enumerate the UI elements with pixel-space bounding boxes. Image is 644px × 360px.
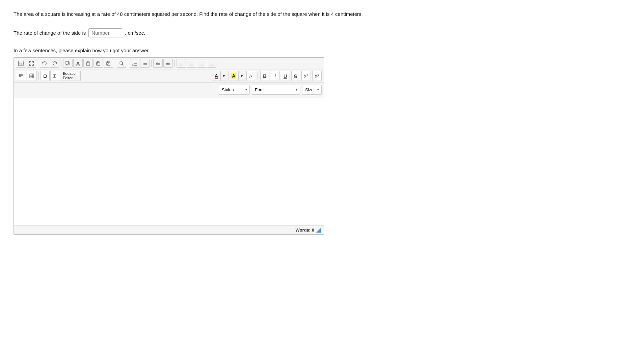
equation-editor-button[interactable]: Equation Editor [60, 71, 80, 81]
bullet-list-button[interactable] [140, 59, 150, 68]
font-color-group: A ▼ [212, 71, 227, 81]
bold-button[interactable]: B [260, 71, 269, 81]
subscript-button[interactable]: x2 [301, 71, 311, 81]
styles-dropdown[interactable]: Styles Normal Heading 1 Heading 2 [219, 85, 250, 95]
svg-point-28 [143, 64, 143, 65]
svg-text:T: T [97, 63, 98, 65]
indent-decrease-button[interactable] [153, 59, 163, 68]
toolbar-row-3: Styles Normal Heading 1 Heading 2 Font A… [14, 83, 324, 97]
editor-footer: Words: 0 [14, 226, 324, 234]
bg-color-group: A ▼ [229, 71, 245, 81]
font-color-button[interactable]: A [212, 71, 221, 81]
separator-5 [151, 60, 152, 67]
bg-color-icon: A [231, 73, 236, 79]
paste-text-button[interactable]: T [93, 59, 103, 68]
separator-4 [128, 60, 128, 67]
font-dropdown[interactable]: Font Arial Times New Roman Courier New [252, 85, 300, 95]
answer-row: The rate of change of the side is . cm/s… [14, 28, 630, 37]
ordered-list-button[interactable]: 1. 2. 3. [130, 59, 139, 68]
svg-point-24 [143, 62, 143, 62]
font-color-dropdown-arrow[interactable]: ▼ [221, 71, 227, 81]
question-text: The area of a square is increasing at a … [14, 10, 630, 18]
paste-word-button[interactable]: W [104, 59, 113, 68]
answer-suffix: . cm/sec. [125, 30, 145, 36]
svg-rect-56 [30, 74, 34, 78]
align-group [177, 59, 216, 68]
word-count: Words: 0 [296, 228, 314, 233]
superscript-icon: 2 [317, 74, 319, 78]
svg-rect-11 [97, 61, 99, 63]
clear-format-button[interactable]: Ix [246, 71, 255, 81]
svg-text:W: W [107, 63, 109, 65]
indent-group [153, 59, 173, 68]
clear-format-x: x [250, 74, 252, 78]
cut-button[interactable] [73, 59, 83, 68]
align-center-button[interactable] [187, 59, 196, 68]
editor-body[interactable] [14, 97, 324, 226]
font-color-icon: A [215, 73, 218, 79]
font-dropdown-wrapper: Font Arial Times New Roman Courier New [252, 85, 300, 95]
clipboard-group: T W [63, 59, 113, 68]
svg-point-26 [143, 63, 143, 64]
svg-rect-3 [66, 61, 69, 64]
source-group: </> [16, 59, 36, 68]
superscript-button[interactable]: x2 [312, 71, 322, 81]
align-right-button[interactable] [197, 59, 206, 68]
separator-7 [38, 72, 39, 80]
table-button[interactable] [27, 71, 37, 81]
rich-text-editor: </> [14, 57, 324, 235]
svg-rect-9 [87, 61, 89, 63]
equation-label: Equation Editor [63, 71, 77, 80]
font-color-indicator [215, 78, 218, 79]
size-dropdown-wrapper: Size 8 10 12 14 16 18 24 36 [302, 85, 322, 95]
align-left-button[interactable] [177, 59, 186, 68]
align-justify-button[interactable] [207, 59, 216, 68]
svg-point-16 [120, 62, 123, 64]
size-dropdown[interactable]: Size 8 10 12 14 16 18 24 36 [302, 85, 322, 95]
svg-text:3.: 3. [132, 64, 134, 66]
separator-3 [115, 60, 115, 67]
svg-rect-14 [107, 61, 109, 63]
source-button[interactable]: </> [16, 59, 26, 68]
styles-dropdown-wrapper: Styles Normal Heading 1 Heading 2 [219, 85, 250, 95]
toolbar-row-1: </> [14, 58, 324, 69]
format-left-group: Ω Σ Equation Editor [16, 71, 81, 81]
toolbar-row-2: Ω Σ Equation Editor A ▼ [14, 69, 324, 83]
indent-increase-button[interactable] [163, 59, 173, 68]
history-group [40, 59, 59, 68]
undo-button[interactable] [40, 59, 49, 68]
copy-button[interactable] [63, 59, 73, 68]
editor-toolbar: </> [14, 58, 324, 97]
fullscreen-button[interactable] [27, 59, 36, 68]
separator-1 [38, 60, 38, 67]
strikethrough-button[interactable]: S [291, 71, 300, 81]
svg-text:</>: </> [19, 62, 24, 65]
svg-line-17 [122, 64, 124, 65]
separator-6 [175, 60, 175, 67]
number-input[interactable] [88, 28, 122, 37]
underline-button[interactable]: U [281, 71, 290, 81]
find-button[interactable] [117, 59, 126, 68]
paste-button[interactable] [83, 59, 93, 68]
bg-color-button[interactable]: A [229, 71, 239, 81]
separator-8 [258, 72, 258, 80]
omega-button[interactable]: Ω [41, 71, 50, 81]
subscript-icon: 2 [306, 74, 308, 78]
separator-2 [61, 60, 61, 67]
sigma-button[interactable]: Σ [50, 71, 59, 81]
bg-color-dropdown-arrow[interactable]: ▼ [239, 71, 245, 81]
explain-prompt: In a few sentences, please explain how y… [14, 48, 630, 53]
blockquote-button[interactable] [16, 71, 26, 81]
redo-button[interactable] [50, 59, 59, 68]
italic-button[interactable]: I [271, 71, 279, 81]
format-right-group: A ▼ A ▼ Ix [212, 71, 322, 81]
list-group: 1. 2. 3. [130, 59, 150, 68]
answer-prefix: The rate of change of the side is [14, 30, 86, 36]
resize-handle[interactable] [316, 228, 321, 233]
